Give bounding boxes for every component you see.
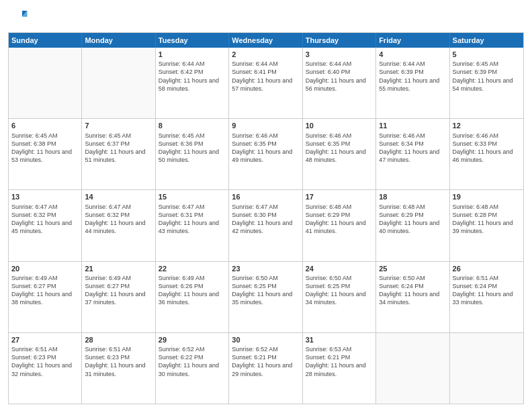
day-number: 14: [85, 192, 152, 201]
calendar-cell: [9, 48, 82, 118]
calendar-cell: 10Sunrise: 6:46 AMSunset: 6:35 PMDayligh…: [303, 119, 376, 189]
cell-info: Sunrise: 6:44 AMSunset: 6:41 PMDaylight:…: [232, 60, 299, 93]
weekday-header-thursday: Thursday: [303, 33, 376, 48]
cell-info: Sunrise: 6:51 AMSunset: 6:23 PMDaylight:…: [11, 345, 79, 378]
cell-info: Sunrise: 6:46 AMSunset: 6:34 PMDaylight:…: [379, 132, 446, 165]
cell-info: Sunrise: 6:44 AMSunset: 6:42 PMDaylight:…: [159, 60, 226, 93]
logo: [8, 7, 31, 27]
cell-info: Sunrise: 6:48 AMSunset: 6:29 PMDaylight:…: [379, 203, 446, 236]
calendar-cell: 14Sunrise: 6:47 AMSunset: 6:32 PMDayligh…: [82, 190, 155, 261]
cell-info: Sunrise: 6:52 AMSunset: 6:21 PMDaylight:…: [232, 345, 299, 378]
day-number: 24: [306, 264, 373, 273]
day-number: 27: [11, 335, 79, 345]
calendar-body: 1Sunrise: 6:44 AMSunset: 6:42 PMDaylight…: [9, 48, 523, 404]
calendar-cell: 3Sunrise: 6:44 AMSunset: 6:40 PMDaylight…: [303, 48, 376, 118]
calendar-cell: 18Sunrise: 6:48 AMSunset: 6:29 PMDayligh…: [376, 190, 449, 261]
cell-info: Sunrise: 6:50 AMSunset: 6:24 PMDaylight:…: [379, 274, 446, 307]
day-number: 29: [159, 335, 226, 345]
cell-info: Sunrise: 6:46 AMSunset: 6:35 PMDaylight:…: [232, 132, 299, 165]
calendar-cell: [376, 333, 449, 404]
calendar-cell: 1Sunrise: 6:44 AMSunset: 6:42 PMDaylight…: [156, 48, 229, 118]
cell-info: Sunrise: 6:48 AMSunset: 6:28 PMDaylight:…: [453, 203, 521, 236]
weekday-header-tuesday: Tuesday: [156, 33, 229, 48]
day-number: 7: [85, 121, 152, 130]
calendar-cell: 2Sunrise: 6:44 AMSunset: 6:41 PMDaylight…: [229, 48, 302, 118]
calendar-cell: 8Sunrise: 6:45 AMSunset: 6:36 PMDaylight…: [156, 119, 229, 189]
calendar-cell: 16Sunrise: 6:47 AMSunset: 6:30 PMDayligh…: [229, 190, 302, 261]
calendar-cell: 7Sunrise: 6:45 AMSunset: 6:37 PMDaylight…: [82, 119, 155, 189]
day-number: 1: [159, 50, 226, 59]
calendar-cell: 11Sunrise: 6:46 AMSunset: 6:34 PMDayligh…: [376, 119, 449, 189]
calendar-cell: 13Sunrise: 6:47 AMSunset: 6:32 PMDayligh…: [9, 190, 82, 261]
day-number: 22: [159, 264, 226, 273]
weekday-header-wednesday: Wednesday: [229, 33, 302, 48]
logo-icon: [8, 7, 28, 27]
day-number: 17: [306, 192, 373, 201]
calendar-cell: 17Sunrise: 6:48 AMSunset: 6:29 PMDayligh…: [303, 190, 376, 261]
calendar-cell: 5Sunrise: 6:45 AMSunset: 6:39 PMDaylight…: [450, 48, 523, 118]
cell-info: Sunrise: 6:49 AMSunset: 6:26 PMDaylight:…: [159, 274, 226, 307]
calendar-cell: [82, 48, 155, 118]
cell-info: Sunrise: 6:50 AMSunset: 6:25 PMDaylight:…: [232, 274, 299, 307]
day-number: 31: [306, 335, 373, 345]
day-number: 11: [379, 121, 446, 130]
weekday-header-sunday: Sunday: [9, 33, 82, 48]
cell-info: Sunrise: 6:51 AMSunset: 6:24 PMDaylight:…: [453, 274, 521, 307]
calendar-cell: 19Sunrise: 6:48 AMSunset: 6:28 PMDayligh…: [450, 190, 523, 261]
calendar-cell: 6Sunrise: 6:45 AMSunset: 6:38 PMDaylight…: [9, 119, 82, 189]
cell-info: Sunrise: 6:44 AMSunset: 6:40 PMDaylight:…: [306, 60, 373, 93]
day-number: 4: [379, 50, 446, 59]
calendar-cell: 4Sunrise: 6:44 AMSunset: 6:39 PMDaylight…: [376, 48, 449, 118]
calendar-cell: [450, 333, 523, 404]
day-number: 26: [453, 264, 521, 273]
day-number: 18: [379, 192, 446, 201]
weekday-header-monday: Monday: [82, 33, 155, 48]
cell-info: Sunrise: 6:49 AMSunset: 6:27 PMDaylight:…: [85, 274, 152, 307]
calendar-cell: 28Sunrise: 6:51 AMSunset: 6:23 PMDayligh…: [82, 333, 155, 404]
calendar-row-5: 27Sunrise: 6:51 AMSunset: 6:23 PMDayligh…: [9, 333, 523, 404]
cell-info: Sunrise: 6:45 AMSunset: 6:36 PMDaylight:…: [159, 132, 226, 165]
day-number: 2: [232, 50, 299, 59]
cell-info: Sunrise: 6:45 AMSunset: 6:38 PMDaylight:…: [11, 132, 79, 165]
cell-info: Sunrise: 6:45 AMSunset: 6:39 PMDaylight:…: [453, 60, 521, 93]
day-number: 16: [232, 192, 299, 201]
day-number: 28: [85, 335, 152, 345]
day-number: 21: [85, 264, 152, 273]
day-number: 5: [453, 50, 521, 59]
day-number: 12: [453, 121, 521, 130]
day-number: 9: [232, 121, 299, 130]
calendar: SundayMondayTuesdayWednesdayThursdayFrid…: [8, 32, 524, 404]
weekday-header-saturday: Saturday: [450, 33, 523, 48]
day-number: 10: [306, 121, 373, 130]
calendar-cell: 22Sunrise: 6:49 AMSunset: 6:26 PMDayligh…: [156, 262, 229, 332]
calendar-cell: 21Sunrise: 6:49 AMSunset: 6:27 PMDayligh…: [82, 262, 155, 332]
cell-info: Sunrise: 6:47 AMSunset: 6:32 PMDaylight:…: [85, 203, 152, 236]
day-number: 3: [306, 50, 373, 59]
day-number: 25: [379, 264, 446, 273]
calendar-cell: 12Sunrise: 6:46 AMSunset: 6:33 PMDayligh…: [450, 119, 523, 189]
calendar-row-1: 1Sunrise: 6:44 AMSunset: 6:42 PMDaylight…: [9, 48, 523, 119]
weekday-header-friday: Friday: [376, 33, 449, 48]
calendar-row-4: 20Sunrise: 6:49 AMSunset: 6:27 PMDayligh…: [9, 262, 523, 333]
calendar-cell: 15Sunrise: 6:47 AMSunset: 6:31 PMDayligh…: [156, 190, 229, 261]
cell-info: Sunrise: 6:50 AMSunset: 6:25 PMDaylight:…: [306, 274, 373, 307]
day-number: 6: [11, 121, 79, 130]
day-number: 15: [159, 192, 226, 201]
day-number: 13: [11, 192, 79, 201]
cell-info: Sunrise: 6:44 AMSunset: 6:39 PMDaylight:…: [379, 60, 446, 93]
calendar-cell: 25Sunrise: 6:50 AMSunset: 6:24 PMDayligh…: [376, 262, 449, 332]
calendar-cell: 26Sunrise: 6:51 AMSunset: 6:24 PMDayligh…: [450, 262, 523, 332]
day-number: 23: [232, 264, 299, 273]
cell-info: Sunrise: 6:49 AMSunset: 6:27 PMDaylight:…: [11, 274, 79, 307]
cell-info: Sunrise: 6:46 AMSunset: 6:35 PMDaylight:…: [306, 132, 373, 165]
calendar-cell: 30Sunrise: 6:52 AMSunset: 6:21 PMDayligh…: [229, 333, 302, 404]
cell-info: Sunrise: 6:51 AMSunset: 6:23 PMDaylight:…: [85, 345, 152, 378]
day-number: 20: [11, 264, 79, 273]
day-number: 8: [159, 121, 226, 130]
cell-info: Sunrise: 6:47 AMSunset: 6:31 PMDaylight:…: [159, 203, 226, 236]
day-number: 30: [232, 335, 299, 345]
calendar-cell: 23Sunrise: 6:50 AMSunset: 6:25 PMDayligh…: [229, 262, 302, 332]
calendar-cell: 27Sunrise: 6:51 AMSunset: 6:23 PMDayligh…: [9, 333, 82, 404]
calendar-cell: 31Sunrise: 6:53 AMSunset: 6:21 PMDayligh…: [303, 333, 376, 404]
calendar-row-3: 13Sunrise: 6:47 AMSunset: 6:32 PMDayligh…: [9, 190, 523, 261]
